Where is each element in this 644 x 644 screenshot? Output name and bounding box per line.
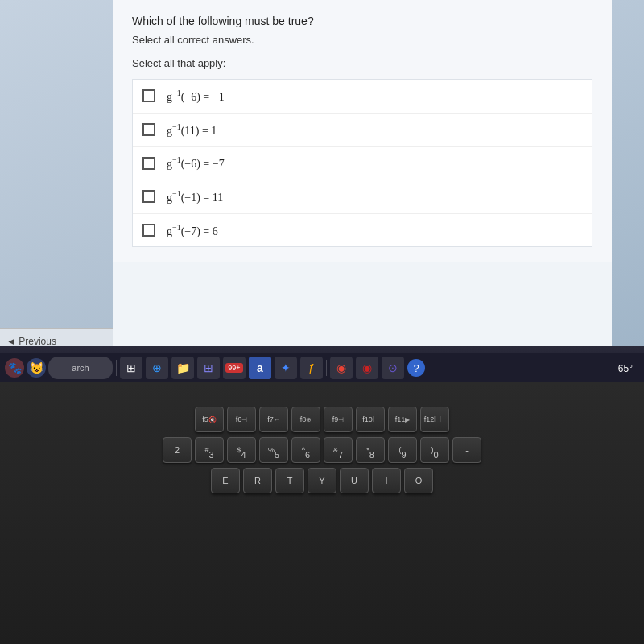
taskbar-teams[interactable]: ⊙ <box>382 357 404 379</box>
key-star8[interactable]: *8 <box>356 437 385 463</box>
taskbar: 🐾 😺 arch ⊞ ⊕ 📁 ⊞ 99+ a ✦ ƒ ◉ ◉ ⊙ ? 65° <box>0 353 644 382</box>
key-percent5[interactable]: %5 <box>259 437 288 463</box>
key-amp7[interactable]: &7 <box>324 437 353 463</box>
key-t[interactable]: T <box>275 468 304 493</box>
taskbar-time: 65° <box>618 361 639 375</box>
select-instruction: Select all correct answers. <box>132 34 592 46</box>
key-y[interactable]: Y <box>308 468 336 493</box>
qwerty-row: E R T Y U I O <box>0 468 644 493</box>
answer-option-5[interactable]: g−1(−7) = 6 <box>133 214 592 247</box>
divider-2 <box>326 360 327 376</box>
taskbar-edge[interactable]: ⊕ <box>146 357 168 379</box>
keyboard: f5🔇 f6⊣ f7← f8⊕ f9⊣ f10⊢ f11▶ f12⊢⊢ 2 #3… <box>0 407 644 498</box>
checkbox-2[interactable] <box>142 123 155 136</box>
taskbar-explorer[interactable]: 📁 <box>171 357 194 379</box>
question-title: Which of the following must be true? <box>132 14 592 27</box>
key-f11[interactable]: f11▶ <box>388 407 417 432</box>
key-2[interactable]: 2 <box>163 437 192 463</box>
key-o[interactable]: O <box>404 468 433 493</box>
key-f10[interactable]: f10⊢ <box>356 407 385 432</box>
notification-count: 99+ <box>225 363 242 373</box>
previous-button-label: ◄ Previous <box>6 336 56 347</box>
taskbar-avatar[interactable]: 😺 <box>27 358 46 378</box>
fn-key-row: f5🔇 f6⊣ f7← f8⊕ f9⊣ f10⊢ f11▶ f12⊢⊢ <box>0 407 644 432</box>
screen-right-panel <box>612 0 644 346</box>
key-u[interactable]: U <box>340 468 369 493</box>
temperature-display: 65° <box>618 363 639 374</box>
search-icon[interactable]: 🐾 <box>5 358 24 378</box>
option-label-4: g−1(−1) = 11 <box>167 189 223 204</box>
key-dollar4[interactable]: $4 <box>227 437 256 463</box>
keyboard-area: f5🔇 f6⊣ f7← f8⊕ f9⊣ f10⊢ f11▶ f12⊢⊢ 2 #3… <box>0 382 644 644</box>
option-label-3: g−1(−6) = −7 <box>167 155 225 171</box>
number-key-row: 2 #3 $4 %5 ^6 &7 *8 (9 )0 - <box>0 437 644 463</box>
divider-1 <box>116 360 117 376</box>
key-caret6[interactable]: ^6 <box>291 437 320 463</box>
browser-content: Which of the following must be true? Sel… <box>113 0 612 346</box>
answer-option-2[interactable]: g−1(11) = 1 <box>133 114 592 147</box>
key-r[interactable]: R <box>243 468 272 493</box>
answer-option-4[interactable]: g−1(−1) = 11 <box>133 180 592 214</box>
key-hash3[interactable]: #3 <box>195 437 224 463</box>
taskbar-red-icon[interactable]: ◉ <box>356 357 378 379</box>
key-f8[interactable]: f8⊕ <box>291 407 320 432</box>
key-f5[interactable]: f5🔇 <box>195 407 224 432</box>
search-text: arch <box>72 363 89 373</box>
key-dash[interactable]: - <box>452 437 481 463</box>
taskbar-bolt[interactable]: ƒ <box>300 357 323 379</box>
answer-option-3[interactable]: g−1(−6) = −7 <box>133 147 592 180</box>
taskbar-search[interactable]: arch <box>48 357 113 379</box>
key-lparen9[interactable]: (9 <box>388 437 417 463</box>
answer-option-1[interactable]: g−1(−6) = −1 <box>133 80 592 114</box>
checkbox-3[interactable] <box>142 157 155 170</box>
taskbar-dropbox[interactable]: ✦ <box>275 357 297 379</box>
taskbar-windows[interactable]: ⊞ <box>120 357 142 379</box>
key-f9[interactable]: f9⊣ <box>324 407 353 432</box>
option-label-1: g−1(−6) = −1 <box>167 89 225 104</box>
taskbar-chrome[interactable]: ◉ <box>330 357 353 379</box>
checkbox-5[interactable] <box>142 224 155 237</box>
key-rparen0[interactable]: )0 <box>420 437 449 463</box>
key-f12[interactable]: f12⊢⊢ <box>420 407 449 432</box>
taskbar-badge-99[interactable]: 99+ <box>223 357 246 379</box>
taskbar-store[interactable]: ⊞ <box>197 357 220 379</box>
checkbox-1[interactable] <box>142 89 155 102</box>
option-label-2: g−1(11) = 1 <box>167 122 217 138</box>
key-i[interactable]: I <box>372 468 401 493</box>
screen-left-panel <box>0 0 113 346</box>
option-label-5: g−1(−7) = 6 <box>167 223 218 238</box>
taskbar-icon-a[interactable]: a <box>249 357 271 379</box>
key-e[interactable]: E <box>211 468 240 493</box>
laptop-screen: Which of the following must be true? Sel… <box>0 0 644 378</box>
key-f6[interactable]: f6⊣ <box>227 407 256 432</box>
question-area: Which of the following must be true? Sel… <box>113 0 612 262</box>
checkbox-4[interactable] <box>142 190 155 203</box>
answer-options-container: g−1(−6) = −1 g−1(11) = 1 g−1(−6) = −7 g−… <box>132 79 592 247</box>
select-apply-label: Select all that apply: <box>132 57 592 69</box>
taskbar-help[interactable]: ? <box>407 359 425 377</box>
key-f7[interactable]: f7← <box>259 407 288 432</box>
